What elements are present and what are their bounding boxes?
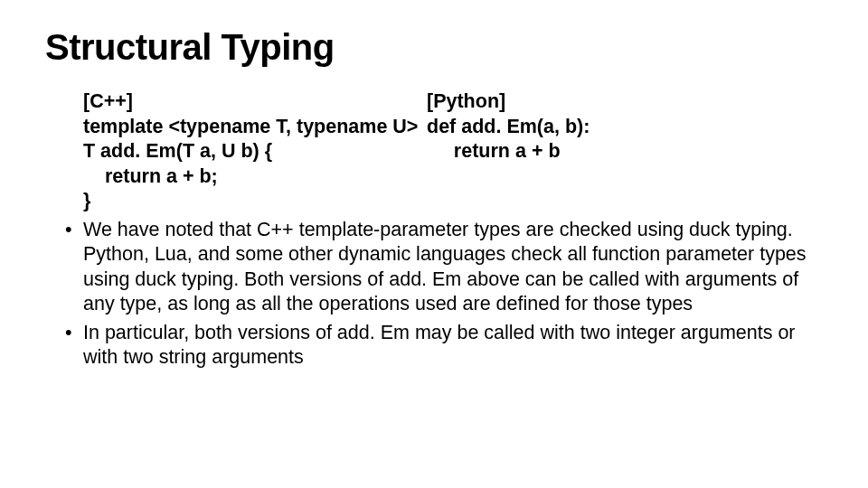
code-block: [C++] template <typename T, typename U> … bbox=[83, 89, 823, 214]
bullet-2-text: In particular, both versions of add. Em … bbox=[83, 322, 796, 369]
slide: Structural Typing [C++] template <typena… bbox=[0, 0, 868, 488]
code-python-column: [Python] def add. Em(a, b): return a + b bbox=[427, 89, 823, 214]
slide-content: [C++] template <typename T, typename U> … bbox=[45, 89, 823, 371]
code-python-header: [Python] bbox=[427, 89, 823, 115]
bullet-1: We have noted that C++ template-paramete… bbox=[83, 218, 823, 317]
bullet-1-text: We have noted that C++ template-paramete… bbox=[83, 219, 807, 315]
code-python-line-1: def add. Em(a, b): bbox=[427, 115, 823, 140]
code-cpp-line-2: T add. Em(T a, U b) { bbox=[83, 139, 427, 164]
code-cpp-line-4: } bbox=[83, 189, 427, 214]
slide-title: Structural Typing bbox=[45, 27, 823, 68]
code-cpp-column: [C++] template <typename T, typename U> … bbox=[83, 89, 427, 214]
code-cpp-header: [C++] bbox=[83, 89, 427, 115]
bullet-2: In particular, both versions of add. Em … bbox=[83, 321, 823, 371]
code-python-line-2: return a + b bbox=[427, 139, 823, 164]
code-cpp-line-1: template <typename T, typename U> bbox=[83, 115, 427, 140]
code-cpp-line-3: return a + b; bbox=[83, 164, 427, 190]
